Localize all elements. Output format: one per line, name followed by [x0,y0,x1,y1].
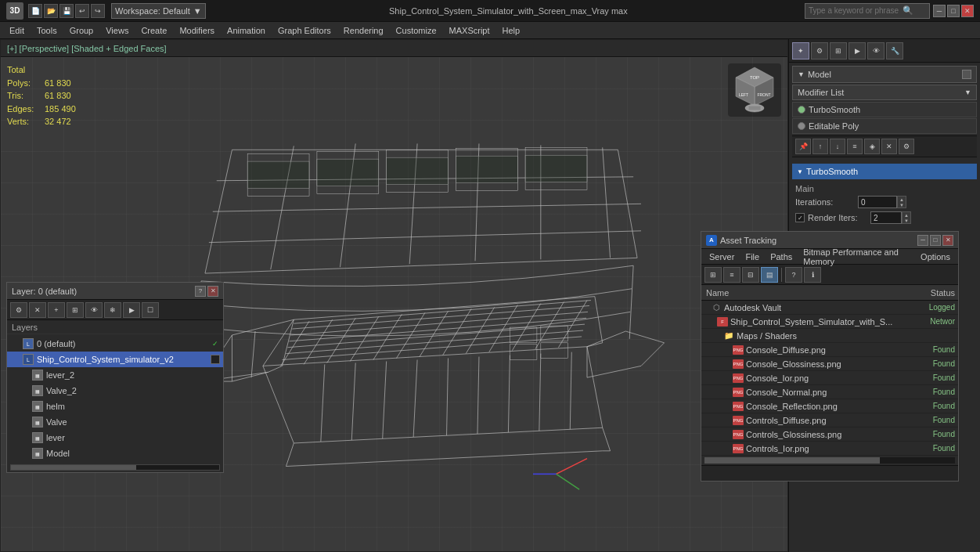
layer-item-model[interactable]: ▦ Model [7,446,223,461]
layer-panel-help-btn[interactable]: ? [195,286,206,297]
iterations-down[interactable]: ▼ [898,202,906,207]
asset-row-console-diffuse[interactable]: PNG Console_Diffuse.png Found [701,343,958,357]
viewport-header[interactable]: [+] [Perspective] [Shaded + Edged Faces] [1,40,787,57]
utilities-icon-btn[interactable]: 🔧 [886,42,903,60]
asset-help-btn[interactable]: ? [785,267,802,283]
layer-merge-btn[interactable]: ⊞ [67,302,84,318]
layer-add-btn[interactable]: + [48,302,65,318]
asset-row-vault[interactable]: ⬡ Autodesk Vault Logged [701,301,958,315]
asset-minimize-btn[interactable]: ─ [917,235,928,246]
iterations-up[interactable]: ▲ [898,197,906,202]
open-btn[interactable]: 📂 [44,4,58,18]
menu-rendering[interactable]: Rendering [337,22,390,39]
menu-animation[interactable]: Animation [221,22,272,39]
workspace-dropdown[interactable]: Workspace: Default ▼ [111,3,206,19]
menu-modifiers[interactable]: Modifiers [173,22,221,39]
search-bar[interactable]: 🔍 [805,3,930,19]
asset-restore-btn[interactable]: □ [930,235,941,246]
layer-scrollbar[interactable] [10,464,220,471]
maximize-btn[interactable]: □ [947,5,960,17]
create-icon-btn[interactable]: ✦ [792,42,809,60]
configure-btn[interactable]: ⚙ [899,139,914,154]
close-btn[interactable]: ✕ [961,5,974,17]
layer-item-valve2[interactable]: ▦ Valve_2 [7,383,223,399]
layer-freeze-btn[interactable]: ❄ [104,302,121,318]
render-iters-down[interactable]: ▼ [903,218,910,223]
layer-delete-btn[interactable]: ✕ [29,302,46,318]
make-unique-btn[interactable]: ◈ [864,139,880,154]
modifier-editable-poly[interactable]: Editable Poly [792,118,977,134]
asset-close-btn[interactable]: ✕ [942,235,953,246]
menu-create[interactable]: Create [135,22,173,39]
asset-scrollbar[interactable] [704,457,955,464]
menu-views[interactable]: Views [99,22,135,39]
modifier-turbosmoosh[interactable]: TurboSmooth [792,102,977,117]
motion-icon-btn[interactable]: ▶ [848,42,866,60]
asset-row-controls-diffuse[interactable]: PNG Controls_Diffuse.png Found [701,413,958,428]
layer-panel-titlebar[interactable]: Layer: 0 (default) ? ✕ [7,283,223,300]
asset-menu-paths[interactable]: Paths [766,251,797,262]
search-icon[interactable]: 🔍 [903,5,913,16]
layer-item-ship[interactable]: L Ship_Control_System_simulator_v2 [7,352,223,367]
asset-tb-4[interactable]: ▤ [761,267,778,283]
hierarchy-icon-btn[interactable]: ⊞ [830,42,847,60]
layer-item-lever2[interactable]: ▦ lever_2 [7,367,223,383]
menu-help[interactable]: Help [496,22,527,39]
display-icon-btn[interactable]: 👁 [867,42,885,60]
show-all-btn[interactable]: ≡ [847,139,863,154]
layer-box-btn[interactable]: ☐ [142,302,159,318]
layer-settings-btn[interactable]: ⚙ [10,302,27,318]
layer-panel-close-btn[interactable]: ✕ [207,286,218,297]
asset-tb-2[interactable]: ≡ [723,267,740,283]
asset-row-console-normal[interactable]: PNG Console_Normal.png Found [701,385,958,399]
editable-poly-bulb[interactable] [798,122,805,130]
move-down-btn[interactable]: ↓ [830,139,845,154]
asset-row-console-glossiness[interactable]: PNG Console_Glossiness.png Found [701,357,958,371]
menu-edit[interactable]: Edit [3,22,31,39]
asset-row-ship-file[interactable]: F Ship_Control_System_Simulator_with_S..… [701,315,958,329]
nav-cube[interactable]: TOP FRONT LEFT [728,63,781,117]
asset-menu-bitmap[interactable]: Bitmap Performance and Memory [798,247,914,267]
asset-row-controls-glossiness[interactable]: PNG Controls_Glossiness.png Found [701,428,958,442]
layer-item-default[interactable]: L 0 (default) ✓ [7,336,223,352]
remove-btn[interactable]: ✕ [881,139,897,154]
turbosmoosh-bulb[interactable] [798,106,805,114]
render-iters-up[interactable]: ▲ [903,212,910,218]
menu-group[interactable]: Group [63,22,100,39]
modifier-list-row[interactable]: Modifier List ▼ [792,85,977,100]
redo-btn[interactable]: ↪ [91,4,105,18]
asset-tb-3[interactable]: ⊟ [742,267,759,283]
asset-row-console-reflection[interactable]: PNG Console_Reflection.png Found [701,399,958,413]
menu-graph-editors[interactable]: Graph Editors [272,22,337,39]
asset-row-controls-ior[interactable]: PNG Controls_Ior.png Found [701,442,958,456]
asset-menu-options[interactable]: Options [916,251,955,262]
pin-btn[interactable]: 📌 [795,139,811,154]
model-toggle[interactable] [962,70,971,79]
render-iters-checkbox[interactable]: ✓ [795,213,805,222]
layer-item-helm[interactable]: ▦ helm [7,399,223,414]
asset-menu-server[interactable]: Server [704,251,739,262]
undo-btn[interactable]: ↩ [75,4,89,18]
asset-tb-1[interactable]: ⊞ [704,267,722,283]
search-input[interactable] [809,6,903,15]
asset-row-maps-folder[interactable]: 📁 Maps / Shaders [701,329,958,343]
move-up-btn[interactable]: ↑ [812,139,828,154]
iterations-input[interactable] [858,196,897,208]
asset-info-btn[interactable]: ℹ [804,267,821,283]
modify-icon-btn[interactable]: ⚙ [811,42,828,60]
model-header[interactable]: ▼ Model [792,66,977,83]
layer-render-btn[interactable]: ▶ [123,302,140,318]
save-btn[interactable]: 💾 [59,4,74,18]
layer-item-valve[interactable]: ▦ Valve [7,414,223,430]
layer-hide-btn[interactable]: 👁 [85,302,103,318]
menu-maxscript[interactable]: MAXScript [443,22,496,39]
asset-row-console-ior[interactable]: PNG Console_Ior.png Found [701,371,958,385]
minimize-btn[interactable]: ─ [933,5,946,17]
new-btn[interactable]: 📄 [28,4,42,18]
render-iters-spin[interactable]: ▲ ▼ [902,211,911,224]
iterations-spin[interactable]: ▲ ▼ [897,196,906,208]
layer-item-lever[interactable]: ▦ lever [7,430,223,446]
menu-tools[interactable]: Tools [31,22,63,39]
render-iters-input[interactable] [870,211,902,224]
menu-customize[interactable]: Customize [390,22,443,39]
